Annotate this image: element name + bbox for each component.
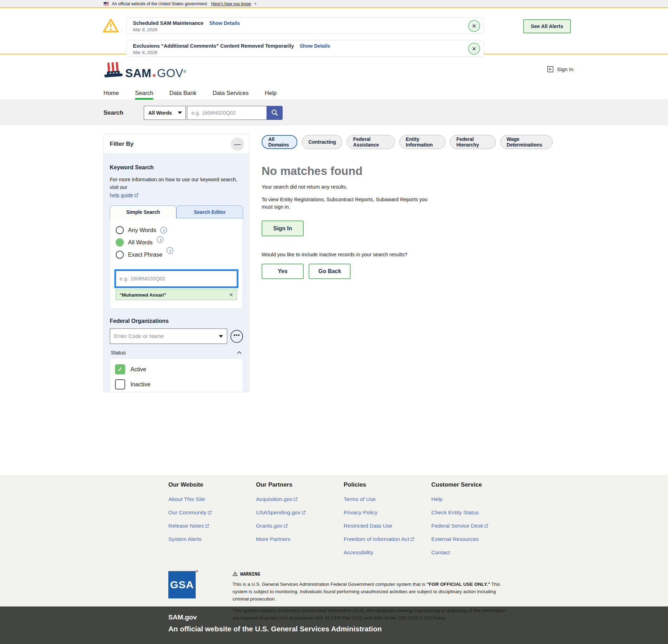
status-heading: Status — [111, 350, 126, 355]
footer-heading: Our Partners — [256, 481, 344, 488]
info-icon[interactable]: i — [160, 227, 167, 233]
domain-chips: All Domains Contracting Federal Assistan… — [262, 135, 553, 149]
footer-link[interactable]: Check Entity Status — [431, 509, 519, 516]
alert-date: Mar 9, 2026 — [133, 27, 464, 32]
checkbox-inactive[interactable] — [115, 379, 125, 389]
chevron-down-icon — [219, 335, 223, 338]
federal-orgs-heading: Federal Organizations — [110, 318, 243, 324]
domain-chip-contracting[interactable]: Contracting — [302, 135, 342, 149]
top-search-input[interactable] — [187, 106, 266, 120]
checkbox-inactive-label: Inactive — [130, 381, 150, 388]
chevron-down-icon: ▼ — [254, 2, 257, 6]
nav-item-home[interactable]: Home — [103, 90, 119, 100]
footer-heading: Customer Service — [431, 481, 519, 488]
footer-link[interactable]: Accessibility — [344, 549, 431, 556]
search-icon — [271, 109, 279, 117]
chip-close-icon[interactable]: ✕ — [229, 292, 233, 298]
info-icon[interactable]: i — [157, 236, 163, 243]
no-matches-subtitle: Your search did not return any results. — [262, 184, 553, 190]
footer-link[interactable]: System Alerts — [168, 536, 256, 542]
main-nav: Home Search Data Bank Data Services Help — [0, 86, 668, 100]
checkbox-active[interactable]: ✓ — [115, 364, 125, 374]
keyword-card: Any Words i All Words i Exact Phrase i "… — [110, 218, 243, 309]
checkbox-active-label: Active — [130, 366, 146, 373]
external-link-icon — [293, 497, 298, 501]
gov-banner: An official website of the United States… — [0, 0, 668, 7]
radio-any-words[interactable] — [116, 226, 124, 234]
domain-chip-entity-information[interactable]: Entity Information — [399, 135, 445, 149]
footer-link[interactable]: Our Community — [168, 509, 256, 516]
footer-link[interactable]: Privacy Policy — [344, 509, 431, 516]
header-sign-in[interactable]: Sign In — [547, 66, 573, 73]
keyword-search-heading: Keyword Search — [110, 164, 243, 171]
close-icon[interactable]: ✕ — [468, 43, 480, 55]
nav-item-data-services[interactable]: Data Services — [212, 90, 249, 100]
external-link-icon — [205, 524, 209, 528]
footer-link[interactable]: Terms of Use — [344, 496, 431, 502]
federal-orgs-combo[interactable] — [110, 328, 227, 344]
status-card: ✓ Active Inactive — [110, 358, 243, 392]
collapse-filter-button[interactable]: — — [231, 137, 244, 151]
domain-chip-wage-determinations[interactable]: Wage Determinations — [500, 135, 553, 149]
footer-link[interactable]: External Resources — [431, 536, 519, 542]
uncle-sam-hat-icon: ★ ★ ★ — [103, 61, 123, 79]
warning-triangle-icon — [102, 18, 119, 33]
federal-orgs-input[interactable] — [110, 329, 227, 344]
yes-button[interactable]: Yes — [262, 264, 304, 279]
footer-link[interactable]: Contact — [431, 549, 519, 556]
radio-all-words[interactable] — [116, 238, 124, 246]
close-icon[interactable]: ✕ — [468, 20, 480, 32]
footer-link[interactable]: Restricted Data Use — [344, 523, 431, 529]
radio-exact-phrase[interactable] — [116, 251, 124, 259]
how-you-know-link[interactable]: Here's how you know — [211, 1, 251, 6]
footer-link[interactable]: USASpending.gov — [256, 509, 344, 516]
gov-banner-text: An official website of the United States… — [112, 1, 207, 6]
keyword-chip: "Muhammed Ansari" ✕ — [116, 290, 237, 300]
info-icon[interactable]: i — [167, 247, 173, 254]
domain-chip-all-domains[interactable]: All Domains — [262, 135, 297, 149]
warning-paragraph-1: This is a U.S. General Services Administ… — [232, 581, 513, 603]
footer-link[interactable]: Freedom of Information Act — [344, 536, 431, 542]
sam-gov-logo[interactable]: ★ ★ ★ SAM★GOV® — [103, 61, 186, 79]
filter-panel: Filter By — Keyword Search For more info… — [103, 134, 249, 392]
warning-heading: WARNING — [232, 571, 513, 577]
footer-link[interactable]: Help — [431, 496, 519, 502]
gsa-registered-mark: ® — [196, 570, 198, 573]
footer-link[interactable]: Acquisition.gov — [256, 496, 344, 502]
alert-title: Scheduled SAM Maintenance — [133, 20, 203, 26]
footer-heading: Our Website — [168, 481, 256, 488]
footer-link[interactable]: Grants.gov — [256, 523, 344, 529]
search-button[interactable] — [266, 106, 283, 120]
gsa-logo: GSA ® — [168, 571, 196, 598]
search-mode-value: All Words — [148, 110, 172, 116]
sign-in-button[interactable]: Sign In — [262, 221, 304, 236]
footer-link[interactable]: About This Site — [168, 496, 256, 502]
external-link-icon — [302, 510, 306, 515]
more-options-button[interactable]: ••• — [230, 330, 243, 343]
go-back-button[interactable]: Go Back — [309, 264, 351, 279]
nav-item-help[interactable]: Help — [265, 90, 277, 100]
site-header: ★ ★ ★ SAM★GOV® Sign In — [0, 54, 668, 86]
external-link-icon — [134, 193, 139, 197]
tab-search-editor[interactable]: Search Editor — [176, 205, 243, 218]
keyword-help-text: For more information on how to use our k… — [110, 176, 243, 199]
footer: Our Website About This Site Our Communit… — [0, 475, 668, 606]
help-guide-link[interactable]: help guide — [110, 192, 133, 198]
see-all-alerts-button[interactable]: See All Alerts — [523, 19, 571, 33]
keyword-input[interactable] — [116, 271, 237, 287]
keyword-tabs: Simple Search Search Editor — [110, 205, 243, 218]
domain-chip-federal-hierarchy[interactable]: Federal Hierarchy — [450, 135, 495, 149]
nav-item-search[interactable]: Search — [135, 90, 153, 100]
chevron-up-icon[interactable] — [237, 351, 242, 354]
search-mode-select[interactable]: All Words — [144, 106, 186, 120]
footer-link[interactable]: Release Notes — [168, 523, 256, 529]
show-details-link[interactable]: Show Details — [299, 43, 330, 49]
tab-simple-search[interactable]: Simple Search — [110, 205, 176, 218]
nav-item-data-bank[interactable]: Data Bank — [169, 90, 196, 100]
show-details-link[interactable]: Show Details — [209, 20, 240, 26]
footer-link[interactable]: Federal Service Desk — [431, 523, 519, 529]
no-matches-title: No matches found — [262, 164, 553, 178]
domain-chip-federal-assistance[interactable]: Federal Assistance — [347, 135, 395, 149]
sign-in-label: Sign In — [557, 66, 573, 72]
footer-link[interactable]: More Partners — [256, 536, 344, 542]
